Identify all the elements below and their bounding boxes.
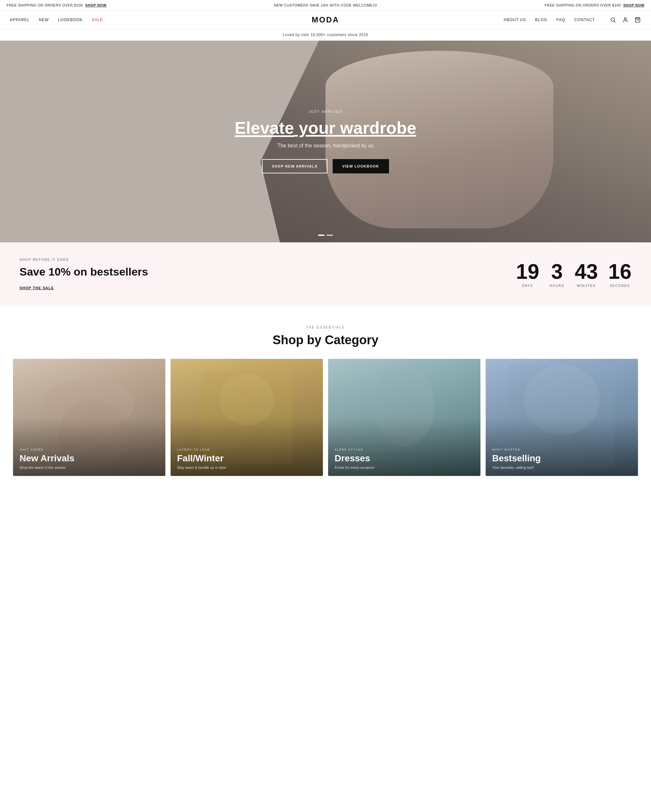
category-card-dresses[interactable]: SLEEK STYLES Dresses A look for every oc… <box>328 359 480 476</box>
nav-icons <box>609 16 641 23</box>
countdown-days-value: 19 <box>516 261 539 282</box>
announcement-left: FREE SHIPPING ON ORDERS OVER $100 SHOP N… <box>6 3 219 7</box>
category-name-new-arrivals: New Arrivals <box>20 453 159 464</box>
main-nav: APPAREL NEW LOOKBOOK SALE MODA ABOUT US … <box>0 11 651 29</box>
hero-dot-2[interactable] <box>327 235 333 236</box>
category-desc-new-arrivals: Shop the latest of the season <box>20 466 159 469</box>
nav-contact[interactable]: CONTACT <box>574 18 595 22</box>
hero-section: JUST ARRIVED Elevate your wardrobe The b… <box>0 41 651 243</box>
site-logo[interactable]: MODA <box>220 15 431 24</box>
category-card-fall-winter[interactable]: LAYERS TO LOVE Fall/Winter Stay warm & b… <box>171 359 323 476</box>
hero-title-rest: your wardrobe <box>294 118 416 137</box>
countdown-minutes-value: 43 <box>575 261 598 282</box>
category-eyebrow-fall-winter: LAYERS TO LOVE <box>177 448 316 451</box>
sale-section: SHOP BEFORE IT ENDS Save 10% on bestsell… <box>0 243 651 306</box>
shop-the-sale-link[interactable]: SHOP THE SALE <box>20 286 54 290</box>
hero-dot-1[interactable] <box>318 235 324 236</box>
nav-about[interactable]: ABOUT US <box>504 18 526 22</box>
announcement-right: FREE SHIPPING ON ORDERS OVER $100 SHOP N… <box>432 3 645 7</box>
category-content-new-arrivals: JUST ADDED New Arrivals Shop the latest … <box>20 448 159 469</box>
hero-title-underline: Elevate <box>235 118 294 137</box>
hero-content: JUST ARRIVED Elevate your wardrobe The b… <box>228 110 423 173</box>
countdown-hours: 3 HOURS <box>550 261 564 288</box>
countdown-hours-label: HOURS <box>550 284 564 288</box>
sub-banner-text: Loved by over 10,000+ customers since 20… <box>283 32 368 37</box>
category-section: THE ESSENTIALS Shop by Category <box>0 306 651 496</box>
hero-dots <box>318 235 333 236</box>
category-name-bestselling: Bestselling <box>492 453 631 464</box>
category-name-fall-winter: Fall/Winter <box>177 453 316 464</box>
category-section-title: Shop by Category <box>13 333 638 347</box>
nav-right-links: ABOUT US BLOG FAQ CONTACT <box>431 16 641 23</box>
sub-banner: Loved by over 10,000+ customers since 20… <box>0 29 651 41</box>
category-desc-dresses: A look for every occasion <box>335 466 474 469</box>
account-icon[interactable] <box>622 16 629 23</box>
countdown-days-label: DAYS <box>516 284 539 288</box>
category-content-fall-winter: LAYERS TO LOVE Fall/Winter Stay warm & b… <box>177 448 316 469</box>
nav-sale[interactable]: SALE <box>92 18 103 22</box>
countdown: 19 DAYS 3 HOURS 43 MINUTES 16 SECONDS <box>516 261 631 288</box>
category-card-bestselling[interactable]: MOST-WANTED Bestselling Your favorites, … <box>486 359 638 476</box>
nav-left-links: APPAREL NEW LOOKBOOK SALE <box>10 18 220 22</box>
countdown-seconds: 16 SECONDS <box>608 261 631 288</box>
category-card-new-arrivals[interactable]: JUST ADDED New Arrivals Shop the latest … <box>13 359 165 476</box>
category-content-dresses: SLEEK STYLES Dresses A look for every oc… <box>335 448 474 469</box>
category-eyebrow-new-arrivals: JUST ADDED <box>20 448 159 451</box>
search-icon[interactable] <box>609 16 616 23</box>
nav-lookbook[interactable]: LOOKBOOK <box>58 18 83 22</box>
countdown-hours-value: 3 <box>550 261 564 282</box>
category-section-eyebrow: THE ESSENTIALS <box>13 326 638 329</box>
announcement-right-link[interactable]: SHOP NOW <box>623 3 645 7</box>
sale-title: Save 10% on bestsellers <box>20 266 148 278</box>
category-name-dresses: Dresses <box>335 453 474 464</box>
view-lookbook-button[interactable]: VIEW LOOKBOOK <box>333 159 389 173</box>
announcement-left-text: FREE SHIPPING ON ORDERS OVER $100 <box>6 3 83 7</box>
countdown-minutes-label: MINUTES <box>575 284 598 288</box>
hero-buttons: SHOP NEW ARRIVALS VIEW LOOKBOOK <box>235 159 416 173</box>
announcement-center: NEW CUSTOMERS SAVE 10% WITH CODE WELCOME… <box>219 3 432 7</box>
hero-eyebrow: JUST ARRIVED <box>235 110 416 113</box>
category-content-bestselling: MOST-WANTED Bestselling Your favorites, … <box>492 448 631 469</box>
countdown-seconds-label: SECONDS <box>608 284 631 288</box>
cart-icon[interactable] <box>634 16 641 23</box>
shop-new-arrivals-button[interactable]: SHOP NEW ARRIVALS <box>262 159 327 173</box>
nav-new[interactable]: NEW <box>39 18 49 22</box>
countdown-days: 19 DAYS <box>516 261 539 288</box>
category-desc-bestselling: Your favorites, selling fast! <box>492 466 631 469</box>
countdown-minutes: 43 MINUTES <box>575 261 598 288</box>
category-eyebrow-dresses: SLEEK STYLES <box>335 448 474 451</box>
hero-subtitle: The best of the season, handpicked by us <box>235 143 416 149</box>
announcement-left-link[interactable]: SHOP NOW <box>85 3 107 7</box>
sale-left: SHOP BEFORE IT ENDS Save 10% on bestsell… <box>20 258 148 290</box>
announcement-right-text: FREE SHIPPING ON ORDERS OVER $100 <box>544 3 621 7</box>
svg-line-1 <box>614 21 615 22</box>
svg-point-2 <box>624 18 626 20</box>
sale-eyebrow: SHOP BEFORE IT ENDS <box>20 258 148 261</box>
countdown-seconds-value: 16 <box>608 261 631 282</box>
nav-blog[interactable]: BLOG <box>535 18 547 22</box>
category-grid: JUST ADDED New Arrivals Shop the latest … <box>13 359 638 476</box>
nav-faq[interactable]: FAQ <box>556 18 565 22</box>
nav-apparel[interactable]: APPAREL <box>10 18 30 22</box>
announcement-bar: FREE SHIPPING ON ORDERS OVER $100 SHOP N… <box>0 0 651 11</box>
hero-title: Elevate your wardrobe <box>235 119 416 137</box>
category-desc-fall-winter: Stay warm & bundle up in style <box>177 466 316 469</box>
category-eyebrow-bestselling: MOST-WANTED <box>492 448 631 451</box>
announcement-center-text: NEW CUSTOMERS SAVE 10% WITH CODE WELCOME… <box>274 3 377 7</box>
